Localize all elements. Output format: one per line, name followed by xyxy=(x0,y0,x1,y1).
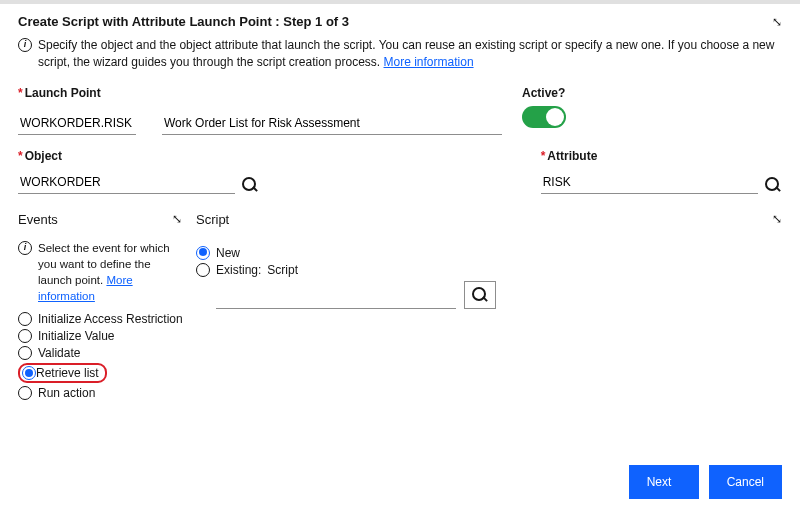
page-title: Create Script with Attribute Launch Poin… xyxy=(18,14,349,29)
next-button[interactable]: Next xyxy=(629,465,699,499)
radio-dot-icon xyxy=(18,312,32,326)
event-radio-retrieve-list[interactable]: Retrieve list xyxy=(18,363,182,383)
events-collapse-icon[interactable]: ⤡ xyxy=(172,212,182,226)
radio-dot-icon xyxy=(22,366,36,380)
more-info-link[interactable]: More information xyxy=(384,55,474,69)
script-section-title: Script xyxy=(196,212,229,227)
script-inline-label: Script xyxy=(267,263,298,277)
radio-label: Existing: xyxy=(216,263,261,277)
event-radio-validate[interactable]: Validate xyxy=(18,346,182,360)
info-icon: i xyxy=(18,38,32,52)
object-lookup-icon[interactable] xyxy=(241,176,259,194)
script-name-input[interactable] xyxy=(216,283,456,309)
active-label: Active? xyxy=(522,86,782,100)
collapse-icon[interactable]: ⤡ xyxy=(772,15,782,29)
launch-point-desc-input[interactable] xyxy=(162,110,502,135)
radio-dot-icon xyxy=(196,263,210,277)
search-icon xyxy=(471,286,489,304)
script-lookup-button[interactable] xyxy=(464,281,496,309)
radio-dot-icon xyxy=(18,386,32,400)
object-label: *Object xyxy=(18,149,259,163)
radio-dot-icon xyxy=(18,346,32,360)
attribute-lookup-icon[interactable] xyxy=(764,176,782,194)
radio-label: Validate xyxy=(38,346,80,360)
script-radio-new[interactable]: New xyxy=(196,246,782,260)
info-icon: i xyxy=(18,241,32,255)
active-toggle[interactable] xyxy=(522,106,566,128)
attribute-label: *Attribute xyxy=(541,149,782,163)
cancel-button[interactable]: Cancel xyxy=(709,465,782,499)
radio-label: Initialize Access Restriction xyxy=(38,312,183,326)
wizard-description: Specify the object and the object attrib… xyxy=(38,37,782,72)
event-radio-run-action[interactable]: Run action xyxy=(18,386,182,400)
launch-point-label: *Launch Point xyxy=(18,86,502,100)
attribute-input[interactable] xyxy=(541,169,758,194)
radio-label: New xyxy=(216,246,240,260)
launch-point-input[interactable] xyxy=(18,110,136,135)
events-section-title: Events xyxy=(18,212,58,227)
radio-dot-icon xyxy=(196,246,210,260)
radio-dot-icon xyxy=(18,329,32,343)
events-description: Select the event for which you want to d… xyxy=(38,240,182,304)
script-radio-existing-[interactable]: Existing:Script xyxy=(196,263,782,277)
radio-label: Initialize Value xyxy=(38,329,115,343)
event-radio-initialize-access-restriction[interactable]: Initialize Access Restriction xyxy=(18,312,182,326)
event-radio-initialize-value[interactable]: Initialize Value xyxy=(18,329,182,343)
radio-label: Retrieve list xyxy=(36,366,99,380)
object-input[interactable] xyxy=(18,169,235,194)
radio-label: Run action xyxy=(38,386,95,400)
script-collapse-icon[interactable]: ⤡ xyxy=(772,212,782,226)
